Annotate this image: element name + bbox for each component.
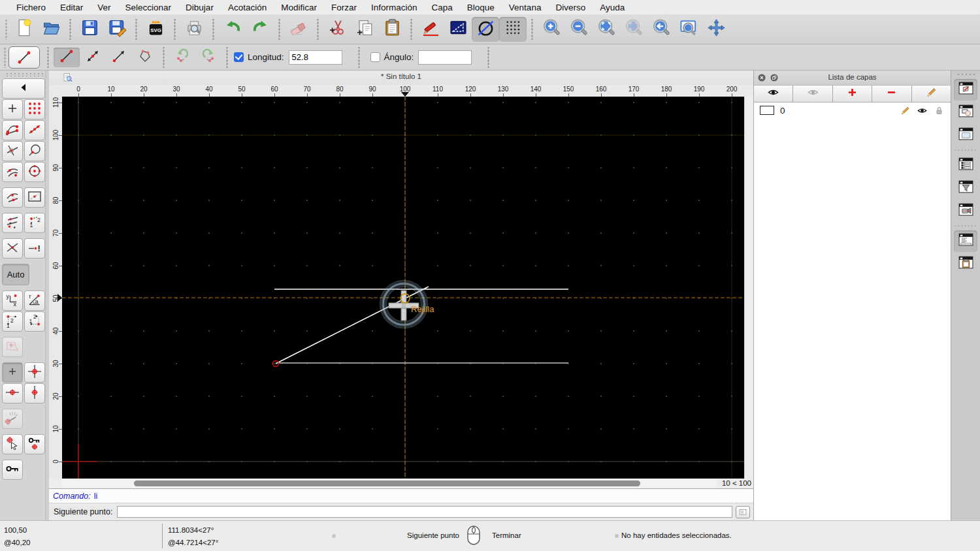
line-ray-button[interactable] [106,48,132,67]
library-browser-dock-toggle[interactable] [954,125,977,146]
snap-perpendicular-button[interactable] [2,162,23,182]
menu-editar[interactable]: Editar [53,3,90,12]
pen-palette-dock-toggle[interactable] [954,200,977,222]
reference-point-b-button[interactable]: 21 [24,311,45,332]
snap-endpoint-button[interactable] [2,120,23,140]
menu-bloque[interactable]: Bloque [460,3,502,12]
undo-button[interactable] [219,17,246,42]
layer-list-dock-toggle[interactable] [954,79,977,101]
menu-ver[interactable]: Ver [90,3,118,12]
entity-list-dock-toggle[interactable] [954,155,977,176]
length-checkbox[interactable] [234,52,244,62]
redo-button[interactable] [246,17,274,42]
paste-button[interactable] [378,17,406,42]
snap-intersection-manual-button[interactable] [2,238,23,259]
menu-forzar[interactable]: Forzar [324,3,364,12]
horizontal-scrollbar[interactable] [62,479,717,488]
snap-on-entity-button[interactable] [24,120,45,140]
menu-seleccionar[interactable]: Seleccionar [118,3,179,12]
horizontal-scrollbar-thumb[interactable] [134,480,640,486]
restrict-orthogonal-button[interactable] [2,213,23,233]
snap-grid-button[interactable] [24,99,45,119]
save-as-button[interactable] [103,17,131,42]
reference-point-a-button[interactable]: 21 [2,311,23,332]
add-layer-button[interactable] [833,86,872,102]
pen-attributes-button[interactable] [417,17,444,42]
lock-relative-zero-button[interactable] [24,434,45,454]
zoom-window-button[interactable] [675,17,702,42]
delete-entities-button[interactable] [285,17,312,42]
drawing-canvas[interactable]: Rejilla [62,97,744,479]
undo-segment-button[interactable] [169,48,195,67]
layer-row[interactable]: 0 [754,102,951,118]
redo-segment-button[interactable] [195,48,221,67]
menu-dibujar[interactable]: Dibujar [178,3,221,12]
menu-fichero[interactable]: Fichero [9,3,53,12]
command-options-button[interactable] [736,506,750,518]
menu-capa[interactable]: Capa [425,3,460,12]
coordinate-polar-button[interactable]: ra [24,291,45,311]
draft-mode-button[interactable] [472,17,499,42]
snap-center-button[interactable] [24,162,45,182]
menu-informacin[interactable]: Información [364,3,425,12]
remove-layer-button[interactable] [872,86,911,102]
crosshair-horizontal-button[interactable] [2,383,23,403]
snap-point-on-circle-button[interactable] [24,141,45,161]
grid-toggle-button[interactable] [499,17,527,42]
angle-checkbox[interactable] [370,52,380,62]
line-angle-button[interactable] [80,48,106,67]
vertical-scrollbar[interactable] [744,97,753,479]
zoom-previous-button[interactable] [647,17,675,42]
copy-button[interactable] [351,17,378,42]
zoom-in-button[interactable] [538,17,565,42]
print-preview-button[interactable] [180,17,208,42]
coordinate-cartesian-button[interactable]: yx [2,291,23,311]
selection-filter-dock-toggle[interactable] [954,178,977,199]
layer-visibility-eye-icon[interactable] [917,105,928,116]
show-all-layers-button[interactable] [754,86,793,102]
line-two-points-button[interactable] [54,48,80,67]
layer-lock-icon[interactable] [934,105,945,116]
polyline-button[interactable] [132,48,158,67]
length-input[interactable] [289,50,342,65]
export-svg-button[interactable]: SVG [142,17,169,42]
layer-edit-pencil-icon[interactable] [900,105,911,116]
menu-ventana[interactable]: Ventana [502,3,549,12]
new-file-button[interactable] [10,17,37,42]
save-button[interactable] [76,17,103,42]
selection-mode-button[interactable] [444,17,472,42]
snap-selection-button[interactable] [2,337,23,357]
hide-all-layers-button[interactable] [793,86,832,102]
menu-ayuda[interactable]: Ayuda [593,3,632,12]
snap-intersection-button[interactable] [2,141,23,161]
back-button[interactable] [2,78,45,99]
cut-button[interactable] [323,17,351,42]
zoom-auto-button[interactable] [593,17,620,42]
edit-layer-button[interactable] [912,86,951,102]
command-line-dock-toggle[interactable] [954,230,977,252]
crosshair-off-button[interactable] [2,362,23,383]
clipboard-dock-toggle[interactable] [954,253,977,275]
zoom-selected-button[interactable] [620,17,647,42]
lock-zero-button[interactable] [2,460,23,480]
snap-free-button[interactable] [2,99,23,119]
menu-acotacin[interactable]: Acotación [221,3,274,12]
menu-modificar[interactable]: Modificar [274,3,324,12]
snap-sequence-button[interactable]: 21 [24,213,45,233]
angle-input[interactable] [418,50,472,65]
crosshair-vertical-button[interactable] [24,383,45,403]
snap-exclusive-button[interactable]: ! [24,238,45,259]
command-input[interactable] [117,506,732,518]
angle-gauge-button[interactable] [2,409,23,429]
auto-snap-button[interactable]: Auto [2,264,29,285]
snap-distance-button[interactable] [24,187,45,208]
open-file-button[interactable] [37,17,65,42]
set-relative-zero-button[interactable] [2,434,23,454]
zoom-out-button[interactable] [565,17,593,42]
block-list-dock-toggle[interactable] [954,102,977,123]
crosshair-full-button[interactable] [24,362,45,383]
drawing-window-titlebar[interactable]: * Sin título 1 [49,71,753,85]
menu-diverso[interactable]: Diverso [548,3,593,12]
snap-middle-button[interactable] [2,187,23,208]
pan-button[interactable] [702,17,730,42]
